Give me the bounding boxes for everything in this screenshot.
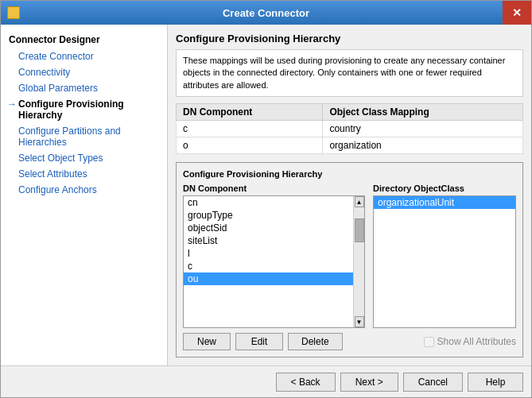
show-all-checkbox[interactable] bbox=[424, 337, 434, 347]
table-cell-dn: c bbox=[177, 121, 323, 137]
bottom-bar: < Back Next > Cancel Help bbox=[1, 365, 531, 397]
list-item[interactable]: cn bbox=[184, 196, 353, 209]
list-item[interactable]: l bbox=[184, 247, 353, 260]
list-item-selected[interactable]: ou bbox=[184, 272, 353, 285]
sidebar-item-connectivity[interactable]: Connectivity bbox=[1, 64, 167, 80]
scroll-up[interactable]: ▲ bbox=[355, 196, 364, 207]
col-dn: DN Component bbox=[177, 104, 323, 121]
table-row: o organization bbox=[177, 137, 523, 154]
list-item[interactable]: groupType bbox=[184, 209, 353, 222]
table-row: c country bbox=[177, 121, 523, 137]
close-button[interactable]: ✕ bbox=[503, 1, 531, 25]
sidebar-title: Connector Designer bbox=[1, 31, 167, 48]
main-section-title: Configure Provisioning Hierarchy bbox=[176, 33, 523, 44]
lower-panel-title: Configure Provisioning Hierarchy bbox=[183, 169, 516, 179]
new-button[interactable]: New bbox=[183, 333, 231, 350]
dn-listbox-wrapper: cn groupType objectSid siteList l c ou ▲ bbox=[183, 195, 365, 328]
scroll-down[interactable]: ▼ bbox=[355, 316, 364, 327]
main-window: Create Connector ✕ Connector Designer Cr… bbox=[0, 0, 532, 398]
mapping-table: DN Component Object Class Mapping c coun… bbox=[176, 103, 523, 154]
scrollbar[interactable]: ▲ ▼ bbox=[353, 196, 364, 327]
lower-configure-panel: Configure Provisioning Hierarchy DN Comp… bbox=[176, 162, 523, 357]
sidebar-item-configure-provisioning[interactable]: Configure Provisioning Hierarchy bbox=[1, 96, 167, 123]
sidebar-item-select-attributes[interactable]: Select Attributes bbox=[1, 166, 167, 182]
sidebar-item-configure-anchors[interactable]: Configure Anchors bbox=[1, 182, 167, 198]
lower-panel-row: DN Component cn groupType objectSid site… bbox=[183, 184, 516, 328]
main-panel: Configure Provisioning Hierarchy These m… bbox=[168, 25, 531, 365]
window-title: Create Connector bbox=[223, 7, 309, 19]
dn-column-label: DN Component bbox=[183, 184, 365, 193]
back-button[interactable]: < Back bbox=[276, 373, 336, 392]
sidebar-item-configure-partitions[interactable]: Configure Partitions and Hierarchies bbox=[1, 123, 167, 150]
info-box: These mappings will be used during provi… bbox=[176, 49, 523, 97]
show-all-label: Show All Attributes bbox=[424, 336, 516, 347]
sidebar-item-select-object-types[interactable]: Select Object Types bbox=[1, 150, 167, 166]
scroll-thumb[interactable] bbox=[355, 218, 364, 242]
next-button[interactable]: Next > bbox=[340, 373, 398, 392]
table-cell-mapping: organization bbox=[323, 137, 523, 154]
dn-listbox[interactable]: cn groupType objectSid siteList l c ou bbox=[184, 196, 353, 327]
titlebar: Create Connector ✕ bbox=[1, 1, 531, 25]
cancel-button[interactable]: Cancel bbox=[403, 373, 463, 392]
sidebar-item-create-connector[interactable]: Create Connector bbox=[1, 48, 167, 64]
help-button[interactable]: Help bbox=[468, 373, 523, 392]
table-cell-mapping: country bbox=[323, 121, 523, 137]
list-item[interactable]: siteList bbox=[184, 234, 353, 247]
oc-listbox[interactable]: organizationalUnit bbox=[373, 195, 516, 328]
app-icon bbox=[7, 6, 20, 19]
col-mapping: Object Class Mapping bbox=[323, 104, 523, 121]
oc-column: Directory ObjectClass organizationalUnit bbox=[373, 184, 516, 328]
lower-buttons: New Edit Delete Show All Attributes bbox=[183, 333, 516, 350]
list-item[interactable]: objectSid bbox=[184, 222, 353, 234]
show-all-text: Show All Attributes bbox=[437, 336, 516, 347]
oc-column-label: Directory ObjectClass bbox=[373, 184, 516, 193]
sidebar: Connector Designer Create Connector Conn… bbox=[1, 25, 168, 365]
table-cell-dn: o bbox=[177, 137, 323, 154]
titlebar-icon bbox=[7, 6, 20, 19]
oc-item-selected[interactable]: organizationalUnit bbox=[374, 196, 515, 209]
list-item[interactable]: c bbox=[184, 260, 353, 272]
content-area: Connector Designer Create Connector Conn… bbox=[1, 25, 531, 365]
dn-column: DN Component cn groupType objectSid site… bbox=[183, 184, 365, 328]
sidebar-item-global-parameters[interactable]: Global Parameters bbox=[1, 80, 167, 96]
edit-button[interactable]: Edit bbox=[235, 333, 283, 350]
delete-button[interactable]: Delete bbox=[288, 333, 343, 350]
